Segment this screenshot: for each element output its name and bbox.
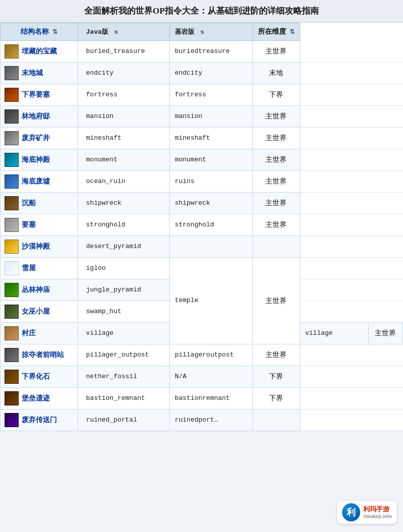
cell-dimension: 下界 — [252, 366, 300, 387]
cell-dimension: 下界 — [252, 84, 300, 105]
cell-dimension: 主世界 — [252, 127, 300, 149]
table-row: 海底神殿monumentmonument主世界 — [1, 149, 403, 170]
header-java[interactable]: Java版 ⇅ — [78, 23, 169, 40]
cell-name: 丛林神庙 — [1, 279, 78, 301]
cell-dimension: 主世界 — [252, 214, 300, 235]
cell-java: fortress — [78, 84, 169, 105]
cell-bedrock: pillageroutpost — [169, 344, 252, 366]
cell-name: 埋藏的宝藏 — [1, 40, 78, 62]
cell-name: 沉船 — [1, 192, 78, 214]
cell-name: 村庄 — [1, 322, 78, 344]
icon-buried-treasure — [5, 44, 19, 58]
cell-bedrock: buriedtreasure — [169, 40, 252, 62]
cell-java: endcity — [78, 62, 169, 84]
cell-java: desert_pyramid — [78, 235, 169, 257]
watermark-text: 利玛手游 limakeji.info — [363, 505, 392, 520]
watermark-logo: 利 — [342, 503, 360, 521]
watermark-brand: 利玛手游 — [363, 505, 392, 513]
cell-name: 末地城 — [1, 62, 78, 84]
table-row: 要塞strongholdstronghold主世界 — [1, 214, 403, 235]
table-row: 海底废墟ocean_ruinruins主世界 — [1, 170, 403, 192]
cell-java: swamp_hut — [78, 301, 169, 322]
table-body: 埋藏的宝藏buried_treasureburiedtreasure主世界末地城… — [1, 40, 403, 431]
cell-name: 林地府邸 — [1, 105, 78, 127]
icon-stronghold — [5, 218, 19, 232]
header-dimension[interactable]: 所在维度 ⇅ — [252, 23, 300, 40]
table-row: 掠夺者前哨站pillager_outpostpillageroutpost主世界 — [1, 344, 403, 366]
cell-bedrock: endcity — [169, 62, 252, 84]
cell-java: village — [78, 322, 169, 344]
cell-java: stronghold — [78, 214, 169, 235]
cell-java: mineshaft — [78, 127, 169, 149]
main-table-container: 结构名称 ⇅ Java版 ⇅ 基岩版 ⇅ 所在维度 ⇅ 埋藏的宝藏buried — [0, 23, 403, 431]
cell-bedrock: N/A — [169, 366, 252, 387]
icon-endcity — [5, 66, 19, 80]
cell-bedrock: ruinedport… — [169, 409, 252, 431]
cell-name: 雪屋 — [1, 257, 78, 279]
cell-bedrock — [169, 235, 252, 257]
table-row: 埋藏的宝藏buried_treasureburiedtreasure主世界 — [1, 40, 403, 62]
cell-java: monument — [78, 149, 169, 170]
cell-java: shipwreck — [78, 192, 169, 214]
table-row: 雪屋iglootemple主世界 — [1, 257, 403, 279]
cell-java: nether_fossil — [78, 366, 169, 387]
icon-shipwreck — [5, 196, 19, 210]
cell-bedrock: mansion — [169, 105, 252, 127]
cell-java: pillager_outpost — [78, 344, 169, 366]
icon-igloo — [5, 261, 19, 275]
cell-java: ruined_portal — [78, 409, 169, 431]
table-row: 下界化石nether_fossilN/A下界 — [1, 366, 403, 387]
table-row: 沙漠神殿desert_pyramid — [1, 235, 403, 257]
sort-arrow-java[interactable]: ⇅ — [114, 28, 118, 36]
cell-name: 堡垒遗迹 — [1, 387, 78, 409]
watermark-domain: limakeji.info — [363, 513, 392, 519]
icon-monument — [5, 153, 19, 167]
cell-dimension: 主世界 — [368, 322, 402, 344]
icon-mineshaft — [5, 131, 19, 145]
header-name[interactable]: 结构名称 ⇅ — [1, 23, 78, 40]
sort-arrow-dimension[interactable]: ⇅ — [290, 28, 295, 36]
header-bedrock[interactable]: 基岩版 ⇅ — [169, 23, 252, 40]
sort-arrow-bedrock[interactable]: ⇅ — [200, 28, 204, 36]
cell-name: 下界要塞 — [1, 84, 78, 105]
cell-bedrock: mineshaft — [169, 127, 252, 149]
icon-nether-fossil — [5, 370, 19, 384]
table-row: 废弃矿井mineshaftmineshaft主世界 — [1, 127, 403, 149]
cell-name: 海底神殿 — [1, 149, 78, 170]
cell-dimension: 主世界 — [252, 192, 300, 214]
cell-bedrock: ruins — [169, 170, 252, 192]
icon-mansion — [5, 109, 19, 124]
table-header-row: 结构名称 ⇅ Java版 ⇅ 基岩版 ⇅ 所在维度 ⇅ — [1, 23, 403, 40]
cell-bedrock: stronghold — [169, 214, 252, 235]
cell-name: 海底废墟 — [1, 170, 78, 192]
cell-name: 要塞 — [1, 214, 78, 235]
cell-java: jungle_pyramid — [78, 279, 169, 301]
cell-name: 下界化石 — [1, 366, 78, 387]
table-row: 堡垒遗迹bastion_remnantbastionremnant下界 — [1, 387, 403, 409]
sort-arrow-name[interactable]: ⇅ — [52, 28, 57, 36]
cell-dimension — [252, 235, 300, 257]
cell-java: ocean_ruin — [78, 170, 169, 192]
icon-jungle-pyramid — [5, 283, 19, 297]
cell-bedrock-temple: temple — [169, 257, 252, 344]
table-row: 末地城endcityendcity末地 — [1, 62, 403, 84]
icon-ruined-portal — [5, 413, 19, 427]
cell-dimension: 主世界 — [252, 170, 300, 192]
cell-dimension — [252, 409, 300, 431]
table-row: 下界要塞fortressfortress下界 — [1, 84, 403, 105]
table-row: 沉船shipwreckshipwreck主世界 — [1, 192, 403, 214]
cell-bedrock: shipwreck — [169, 192, 252, 214]
cell-bedrock: bastionremnant — [169, 387, 252, 409]
cell-name: 废弃传送门 — [1, 409, 78, 431]
icon-swamp-hut — [5, 305, 19, 319]
cell-java: igloo — [78, 257, 169, 279]
cell-name: 掠夺者前哨站 — [1, 344, 78, 366]
icon-fortress — [5, 88, 19, 102]
icon-village — [5, 326, 19, 340]
structures-table: 结构名称 ⇅ Java版 ⇅ 基岩版 ⇅ 所在维度 ⇅ 埋藏的宝藏buried — [0, 23, 403, 431]
cell-name: 女巫小屋 — [1, 301, 78, 322]
cell-java: bastion_remnant — [78, 387, 169, 409]
icon-desert-pyramid — [5, 240, 19, 254]
cell-dimension: 主世界 — [252, 149, 300, 170]
cell-dimension: 主世界 — [252, 105, 300, 127]
